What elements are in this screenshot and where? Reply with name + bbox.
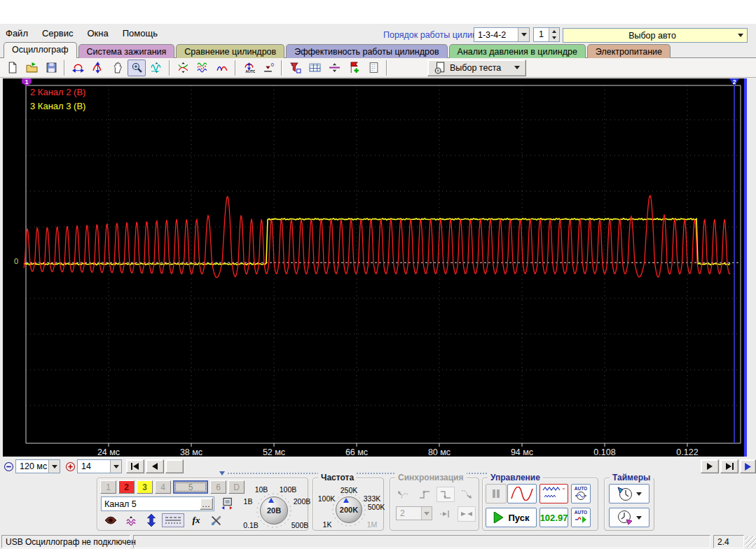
channel-trace-label: 2 Канал 2 (В) (30, 87, 85, 97)
coupling-button[interactable] (123, 513, 141, 527)
report-button[interactable] (364, 60, 383, 76)
channel-button[interactable]: 3 (137, 480, 153, 494)
open-file-button[interactable] (22, 60, 41, 76)
frequency-knob[interactable]: 200K 250K100K333K500K1K1M (316, 485, 382, 529)
tab[interactable]: Эффективность работы цилиндров (286, 44, 447, 58)
sync-slope-fall-button[interactable] (458, 487, 476, 502)
step-forward-button[interactable] (701, 459, 719, 473)
time-range-select[interactable]: 120 мс (15, 459, 60, 473)
minus-circle-icon (4, 461, 14, 472)
function-button[interactable]: fx (187, 513, 205, 527)
horizontal-scale-button[interactable] (69, 60, 87, 76)
menu-item[interactable]: Файл (6, 28, 28, 39)
channel-button[interactable]: 6 (210, 480, 226, 494)
timer-record-button[interactable] (609, 484, 650, 503)
status-bar: USB Осциллограф не подключен 2.4 (0, 534, 756, 549)
sync-mode-1-icon (439, 509, 453, 519)
sync-mode-1-button[interactable] (437, 506, 455, 522)
channel-name-input[interactable]: Канал 5 ... (101, 496, 214, 511)
knob-scale-label: 0.1В (243, 521, 259, 529)
zoom-out-time-button[interactable] (1, 459, 15, 473)
zero-line-style-button[interactable] (162, 513, 184, 527)
tab[interactable]: Система зажигания (78, 44, 175, 58)
zoom-in-time-button[interactable] (63, 459, 77, 473)
zero-level-button[interactable]: 0 (259, 60, 277, 76)
spin-up-icon[interactable] (549, 28, 559, 35)
start-button[interactable]: Пуск (486, 508, 537, 527)
updown-arrow-icon (146, 514, 157, 527)
zoom-button[interactable] (128, 60, 146, 76)
step-back-button[interactable] (146, 459, 164, 473)
cylinder-spinner[interactable]: 1 (533, 27, 560, 42)
sync-channel-value: 2 (400, 508, 405, 518)
go-start-button[interactable] (126, 459, 144, 473)
menu-item[interactable]: Окна (88, 28, 109, 39)
resize-grip[interactable] (745, 536, 756, 548)
table-view-button[interactable] (305, 60, 324, 76)
visibility-button[interactable] (102, 513, 120, 527)
sync-edge-fall-button[interactable] (437, 487, 455, 502)
channel-button[interactable]: 2 (118, 480, 135, 494)
add-marker-button[interactable] (345, 60, 363, 76)
channel-name-value: Канал 5 (104, 499, 137, 509)
car-select[interactable]: Выбор авто (563, 28, 748, 43)
test-select-button[interactable]: Выбор теста (427, 60, 526, 76)
horizontal-scale-icon (72, 62, 84, 74)
settings-tools-button[interactable] (207, 513, 225, 527)
tab[interactable]: Сравнение цилиндров (176, 44, 284, 58)
signal-scale-button[interactable] (147, 60, 165, 76)
channel-button[interactable]: 4 (155, 480, 171, 494)
chevron-down-icon[interactable] (518, 28, 529, 41)
divider-icon (329, 62, 341, 74)
voltage-knob[interactable]: 20В 10В100В1В200В0.1В500В (240, 482, 308, 529)
sync-slope-rise-button[interactable] (394, 487, 413, 502)
save-file-button[interactable] (42, 60, 60, 76)
auto-amplitude-button[interactable]: AUTO (240, 60, 258, 76)
splitter-handle[interactable] (228, 473, 529, 476)
auto-amplitude-icon: AUTO (243, 62, 255, 74)
firing-order-select[interactable]: 1-3-4-2 (474, 27, 530, 42)
menu-item[interactable]: Помощь (123, 28, 158, 39)
channel-group: 123456D Канал 5 ... fx 20В 10В100В1В200В… (97, 478, 308, 531)
divisions-select[interactable]: 14 (77, 459, 122, 473)
sync-edge-fall-icon (439, 489, 452, 499)
spin-down-icon[interactable] (549, 35, 559, 42)
probe-button[interactable] (218, 496, 236, 510)
sync-mode-2-button[interactable] (458, 506, 476, 522)
zero-level-icon: 0 (263, 62, 275, 74)
auto-single-icon (575, 515, 587, 524)
auto-single-button[interactable]: AUTO (571, 508, 591, 527)
sort-filter-button[interactable]: 1 (286, 60, 304, 76)
superimpose-signals-button[interactable] (174, 60, 192, 76)
scope-display[interactable]: 2 Канал 2 (В)3 Канал 3 (В) 24 мс38 мс52 … (3, 78, 744, 457)
play-scroll-button[interactable] (740, 459, 756, 473)
channel-button[interactable]: 5 (173, 480, 208, 494)
sync-channel-select[interactable]: 2 (396, 506, 432, 520)
blank-nav-button[interactable] (165, 459, 184, 473)
divider-button[interactable] (325, 60, 343, 76)
pause-button[interactable] (486, 484, 507, 503)
timer-play-button[interactable] (609, 508, 650, 527)
autoscale-channel-button[interactable] (142, 513, 160, 527)
zero-axis-label: 0 (13, 257, 20, 265)
menu-item[interactable]: Сервис (42, 28, 74, 39)
continuous-mode-button[interactable] (507, 484, 537, 503)
tab[interactable]: Осциллограф (4, 42, 77, 58)
tab[interactable]: Анализ давления в цилиндре (449, 44, 586, 58)
filter-signals-button[interactable] (193, 60, 212, 76)
sync-edge-rise-button[interactable] (415, 487, 434, 502)
x-tick-label: 80 мс (428, 447, 451, 457)
vertical-scale-button[interactable] (88, 60, 106, 76)
auto-setup-button[interactable]: AUTO (571, 484, 591, 503)
timers-group: Таймеры (604, 478, 654, 531)
new-file-button[interactable] (3, 60, 21, 76)
go-end-button[interactable] (720, 459, 738, 473)
tab[interactable]: Электропитание (587, 44, 671, 58)
voltage-knob-value: 20В (267, 506, 281, 515)
multi-frame-mode-button[interactable] (539, 484, 568, 503)
hand-scroll-button[interactable] (108, 60, 126, 76)
overlay-signals-button[interactable] (213, 60, 231, 76)
channel-more-button[interactable]: ... (200, 498, 213, 510)
svg-text:AUTO: AUTO (245, 69, 255, 74)
channel-button[interactable]: 1 (100, 480, 116, 494)
